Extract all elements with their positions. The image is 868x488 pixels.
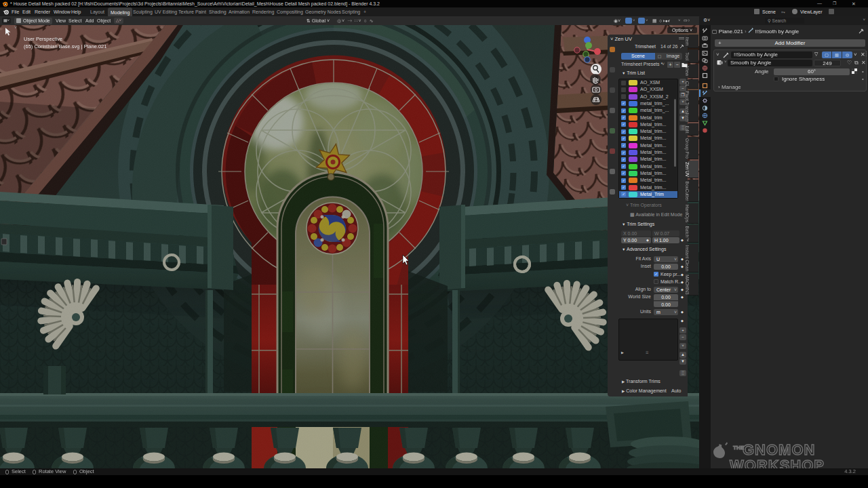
svg-text:GNOMON: GNOMON xyxy=(743,441,815,458)
svg-text:(65) Corinthian Base.svg | Pla: (65) Corinthian Base.svg | Plane.021 xyxy=(24,43,106,49)
svg-text:User Perspective: User Perspective xyxy=(24,36,62,42)
